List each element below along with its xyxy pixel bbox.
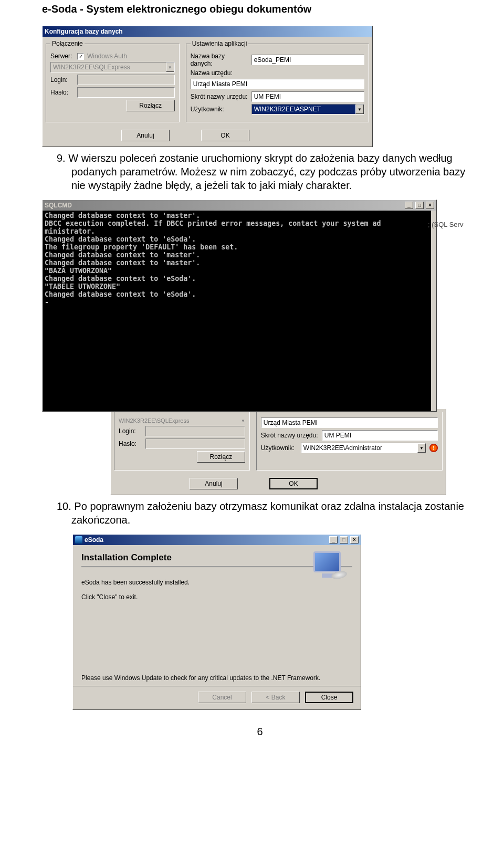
- sqlcmd-title: SQLCMD: [45, 202, 72, 209]
- db-config-dialog-1: Konfiguracja bazy danych Połączenie Serw…: [42, 26, 373, 147]
- winauth-label: Windows Auth: [87, 53, 127, 60]
- dbname-label: Nazwa bazy danych:: [191, 53, 248, 67]
- skrot-input[interactable]: [322, 430, 438, 441]
- console-output: Changed database context to 'master'. DB…: [43, 211, 431, 411]
- installer-text-2: Click "Close" to exit.: [81, 593, 352, 601]
- minimize-icon[interactable]: _: [405, 202, 413, 209]
- minimize-icon[interactable]: _: [329, 536, 338, 544]
- close-button[interactable]: Close: [305, 692, 353, 703]
- haslo-input[interactable]: [77, 87, 175, 98]
- rozlacz-button[interactable]: Rozłącz: [197, 451, 245, 463]
- login-input[interactable]: [145, 426, 245, 436]
- titlebar: Konfiguracja bazy danych: [43, 26, 372, 37]
- db-config-dialog-2: WIN2K3R2EE\SQLExpress ▼ Login: Hasło: Ro…: [110, 409, 446, 495]
- server-value-text: WIN2K3R2EE\SQLExpress: [119, 417, 190, 424]
- skrot-label: Skrót nazwy urzędu:: [191, 93, 248, 100]
- user-label: Użytkownik:: [261, 444, 298, 452]
- user-combobox[interactable]: [251, 104, 364, 114]
- chevron-down-icon[interactable]: ▼: [355, 105, 364, 114]
- login-label: Login:: [50, 76, 74, 83]
- installer-title: eSoda: [85, 536, 103, 544]
- close-icon[interactable]: ×: [350, 536, 359, 544]
- login-label: Login:: [119, 427, 142, 435]
- group-connection-legend: Połączenie: [50, 40, 85, 47]
- installer-dialog: eSoda _ □ × Installation Complete eSoda …: [72, 534, 361, 710]
- behind-sqlserver-text: ; (SQL Serv: [428, 221, 478, 228]
- haslo-label: Hasło:: [50, 89, 74, 96]
- esoda-icon: [75, 536, 82, 544]
- skrot-label: Skrót nazwy urzędu:: [261, 432, 319, 439]
- chevron-down-icon[interactable]: ▼: [241, 419, 245, 423]
- urzad-input[interactable]: [261, 417, 438, 428]
- maximize-icon: □: [340, 536, 348, 544]
- back-button: < Back: [251, 692, 300, 703]
- maximize-icon[interactable]: □: [415, 202, 424, 209]
- anuluj-button[interactable]: Anuluj: [121, 130, 170, 141]
- paragraph-9: 9. W wierszu poleceń zostanie uruchomion…: [42, 151, 478, 192]
- urzad-input[interactable]: [191, 79, 364, 89]
- dbname-input[interactable]: [251, 55, 364, 65]
- user-label: Użytkownik:: [191, 106, 248, 113]
- haslo-input[interactable]: [145, 438, 245, 449]
- anuluj-button[interactable]: Anuluj: [190, 478, 238, 489]
- close-icon[interactable]: ×: [426, 202, 434, 209]
- ok-button[interactable]: OK: [269, 478, 318, 489]
- document-header: e-Soda - System elektronicznego obiegu d…: [42, 0, 478, 26]
- installer-text-3: Please use Windows Update to check for a…: [81, 674, 352, 682]
- chevron-down-icon[interactable]: ▼: [417, 443, 426, 453]
- skrot-input[interactable]: [251, 91, 364, 102]
- sqlcmd-window: SQLCMD _ □ × Changed database context to…: [42, 200, 437, 412]
- titlebar: eSoda _ □ ×: [73, 535, 361, 545]
- rozlacz-button[interactable]: Rozłącz: [127, 100, 175, 111]
- warning-icon: !: [429, 444, 438, 452]
- cancel-button: Cancel: [198, 692, 246, 703]
- urzad-label: Nazwa urzędu:: [191, 69, 248, 77]
- dialog-title: Konfiguracja bazy danych: [45, 28, 123, 35]
- haslo-label: Hasło:: [119, 440, 142, 447]
- ok-button[interactable]: OK: [201, 130, 249, 141]
- installer-illustration-icon: [310, 550, 352, 587]
- chevron-down-icon[interactable]: ▼: [166, 62, 174, 72]
- group-app-legend: Ustawienia aplikacji: [191, 40, 249, 47]
- server-label: Serwer:: [50, 53, 74, 60]
- page-number: 6: [42, 726, 478, 738]
- server-combobox[interactable]: [50, 62, 175, 72]
- user-combobox[interactable]: [301, 443, 426, 453]
- login-input[interactable]: [77, 75, 175, 85]
- paragraph-10: 10. Po poprawnym założeniu bazy otrzymas…: [42, 499, 478, 527]
- titlebar: SQLCMD _ □ ×: [43, 200, 436, 211]
- winauth-checkbox[interactable]: ✓: [77, 53, 84, 60]
